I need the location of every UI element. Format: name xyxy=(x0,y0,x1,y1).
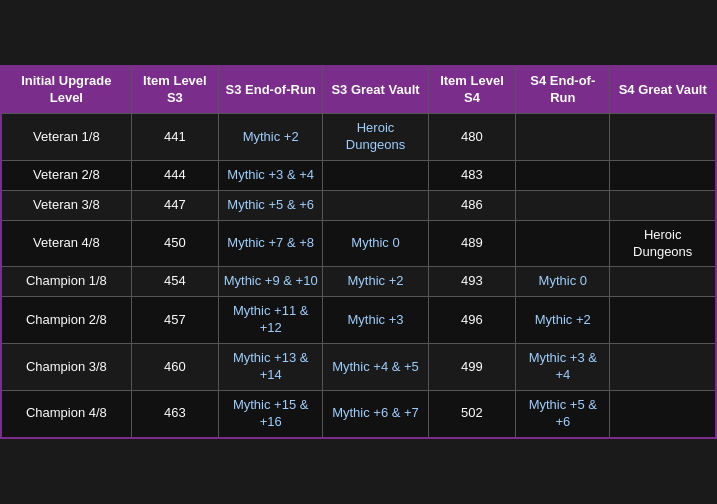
table-cell: Mythic +3 & +4 xyxy=(516,344,610,391)
table-cell: Veteran 1/8 xyxy=(1,114,131,161)
table-cell xyxy=(610,160,716,190)
table-cell xyxy=(516,114,610,161)
col-header-s4-vault: S4 Great Vault xyxy=(610,66,716,113)
table-cell: 457 xyxy=(131,297,218,344)
col-header-upgrade: Initial Upgrade Level xyxy=(1,66,131,113)
table-cell: 486 xyxy=(428,190,515,220)
table-cell xyxy=(323,160,429,190)
table-cell: Mythic +5 & +6 xyxy=(219,190,323,220)
table-cell xyxy=(610,297,716,344)
table-row: Veteran 4/8450Mythic +7 & +8Mythic 0489H… xyxy=(1,220,716,267)
table-cell: Veteran 2/8 xyxy=(1,160,131,190)
table-cell: 483 xyxy=(428,160,515,190)
table-row: Champion 2/8457Mythic +11 & +12Mythic +3… xyxy=(1,297,716,344)
col-header-s4-end: S4 End-of-Run xyxy=(516,66,610,113)
table-cell xyxy=(610,190,716,220)
table-cell: Veteran 4/8 xyxy=(1,220,131,267)
table-cell: 499 xyxy=(428,344,515,391)
table-cell: Veteran 3/8 xyxy=(1,190,131,220)
table-cell: Mythic +2 xyxy=(516,297,610,344)
table-cell: Champion 1/8 xyxy=(1,267,131,297)
table-cell xyxy=(516,220,610,267)
table-cell: 441 xyxy=(131,114,218,161)
table-cell: Mythic +2 xyxy=(219,114,323,161)
table-cell: Champion 3/8 xyxy=(1,344,131,391)
table-cell: Mythic +11 & +12 xyxy=(219,297,323,344)
table-row: Veteran 3/8447Mythic +5 & +6486 xyxy=(1,190,716,220)
table-cell: Mythic +7 & +8 xyxy=(219,220,323,267)
col-header-ilvl-s3: Item Level S3 xyxy=(131,66,218,113)
upgrade-table: Initial Upgrade Level Item Level S3 S3 E… xyxy=(0,65,717,438)
table-cell: 480 xyxy=(428,114,515,161)
col-header-s3-vault: S3 Great Vault xyxy=(323,66,429,113)
table-cell: Mythic +9 & +10 xyxy=(219,267,323,297)
table-cell: 460 xyxy=(131,344,218,391)
table-cell: 444 xyxy=(131,160,218,190)
table-cell: 489 xyxy=(428,220,515,267)
table-row: Champion 1/8454Mythic +9 & +10Mythic +24… xyxy=(1,267,716,297)
table-cell: Champion 4/8 xyxy=(1,390,131,437)
table-cell: Mythic +15 & +16 xyxy=(219,390,323,437)
table-cell: 447 xyxy=(131,190,218,220)
table-cell: 463 xyxy=(131,390,218,437)
table-cell: 502 xyxy=(428,390,515,437)
table-cell: Mythic +6 & +7 xyxy=(323,390,429,437)
table-cell: Mythic +2 xyxy=(323,267,429,297)
table-row: Champion 3/8460Mythic +13 & +14Mythic +4… xyxy=(1,344,716,391)
col-header-ilvl-s4: Item Level S4 xyxy=(428,66,515,113)
table-row: Veteran 2/8444Mythic +3 & +4483 xyxy=(1,160,716,190)
table-cell xyxy=(610,390,716,437)
table-cell: 493 xyxy=(428,267,515,297)
table-cell xyxy=(610,114,716,161)
table-cell xyxy=(516,160,610,190)
table-cell: Heroic Dungeons xyxy=(610,220,716,267)
table-cell: Mythic +4 & +5 xyxy=(323,344,429,391)
upgrade-table-container: Initial Upgrade Level Item Level S3 S3 E… xyxy=(0,65,717,438)
table-cell: Champion 2/8 xyxy=(1,297,131,344)
table-cell: Heroic Dungeons xyxy=(323,114,429,161)
table-cell: 454 xyxy=(131,267,218,297)
table-cell: Mythic +5 & +6 xyxy=(516,390,610,437)
table-cell: Mythic +13 & +14 xyxy=(219,344,323,391)
table-cell: 450 xyxy=(131,220,218,267)
table-cell: Mythic 0 xyxy=(323,220,429,267)
table-row: Champion 4/8463Mythic +15 & +16Mythic +6… xyxy=(1,390,716,437)
table-cell xyxy=(610,344,716,391)
table-cell: 496 xyxy=(428,297,515,344)
table-cell xyxy=(516,190,610,220)
col-header-s3-end: S3 End-of-Run xyxy=(219,66,323,113)
table-row: Veteran 1/8441Mythic +2Heroic Dungeons48… xyxy=(1,114,716,161)
table-cell: Mythic +3 & +4 xyxy=(219,160,323,190)
table-cell: Mythic +3 xyxy=(323,297,429,344)
table-cell xyxy=(323,190,429,220)
table-cell: Mythic 0 xyxy=(516,267,610,297)
table-cell xyxy=(610,267,716,297)
